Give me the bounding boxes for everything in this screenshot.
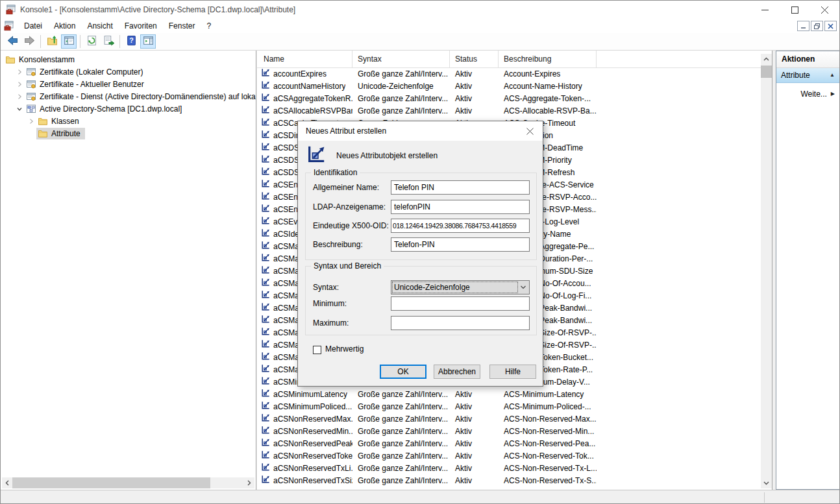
maximum-field[interactable]	[391, 316, 530, 330]
back-button[interactable]	[5, 34, 20, 49]
maximize-button[interactable]	[780, 1, 809, 19]
tree-item-attribute[interactable]: Attribute	[1, 127, 256, 139]
collapse-arrow-icon[interactable]: ▲	[830, 68, 835, 82]
cell-description: ACS-Non-Reserved-Max...	[499, 413, 597, 426]
cell-status: Aktiv	[450, 80, 499, 93]
minimize-button[interactable]	[750, 1, 780, 19]
mdi-minimize-button[interactable]	[797, 21, 809, 31]
attribute-icon	[261, 241, 273, 253]
tree-item-active-directory-schema-dc1-dwp-local[interactable]: Active Directory-Schema [DC1.dwp.local]	[1, 102, 256, 115]
chevron-down-icon[interactable]	[14, 104, 25, 114]
attribute-object-icon	[306, 145, 326, 164]
chevron-down-icon[interactable]	[517, 284, 529, 291]
scroll-right-icon[interactable]	[243, 477, 254, 488]
show-action-pane-icon	[143, 35, 154, 48]
certificate-icon	[26, 67, 36, 77]
attribute-name: accountNameHistory	[273, 80, 345, 93]
x500-oid-field[interactable]	[391, 219, 530, 233]
dialog-close-icon[interactable]	[517, 121, 543, 141]
attribute-icon	[261, 265, 273, 278]
tree-item-zertifikate-lokaler-computer[interactable]: Zertifikate (Lokaler Computer)	[1, 66, 256, 78]
menu-item-ansicht[interactable]: Ansicht	[81, 19, 118, 33]
export-list-button[interactable]	[101, 34, 116, 49]
ldap-name-field[interactable]	[391, 200, 530, 214]
x500-oid-label: Eindeutige X500-OID:	[313, 221, 389, 230]
attribute-icon	[261, 352, 273, 364]
column-header-name[interactable]: Name	[257, 51, 352, 67]
table-row[interactable]: aCSNonReservedToke...Große ganze Zahl/In…	[257, 450, 761, 462]
tree-item-klassen[interactable]: Klassen	[1, 115, 256, 127]
console-tree: KonsolenstammZertifikate (Lokaler Comput…	[1, 51, 256, 139]
actions-group-attribute[interactable]: Attribute ▲	[776, 68, 839, 83]
mdi-close-button[interactable]	[824, 21, 837, 31]
attribute-icon	[261, 154, 273, 167]
ok-button[interactable]: OK	[380, 365, 426, 379]
tree-item-label: Active Directory-Schema [DC1.dwp.local]	[40, 104, 182, 114]
cell-syntax: Große ganze Zahl/Interv...	[352, 438, 450, 450]
table-row[interactable]: aCSMinimumPoliced...Große ganze Zahl/Int…	[257, 401, 761, 413]
up-one-level-button[interactable]	[44, 34, 60, 49]
list-scrollbar-thumb[interactable]	[761, 66, 772, 78]
chevron-right-icon[interactable]	[14, 91, 25, 102]
cell-name: aCSNonReservedToke...	[257, 450, 352, 462]
tree-item-content: Konsolenstamm	[4, 54, 79, 66]
description-field[interactable]	[391, 237, 530, 252]
show-console-tree-button[interactable]	[61, 34, 77, 49]
minimum-field[interactable]	[391, 296, 530, 311]
tree-item-zertifikate-aktueller-benutzer[interactable]: Zertifikate - Aktueller Benutzer	[1, 78, 256, 90]
table-row[interactable]: aCSNonReservedTxSizeGroße ganze Zahl/Int…	[257, 475, 761, 487]
tree-item-zertifikate-dienst-active-directory-dom-nendienste-auf-lokaler[interactable]: Zertifikate - Dienst (Active Directory-D…	[1, 90, 256, 102]
cell-syntax: Große ganze Zahl/Interv...	[352, 68, 450, 80]
tree-horizontal-scrollbar[interactable]	[2, 477, 254, 488]
new-attribute-dialog: Neues Attribut erstellen Neues Attributo…	[297, 121, 543, 387]
chevron-right-icon[interactable]	[14, 79, 25, 90]
table-row[interactable]: aCSAggregateTokenR...Große ganze Zahl/In…	[257, 93, 761, 105]
common-name-field[interactable]	[391, 180, 530, 195]
table-row[interactable]: accountExpiresGroße ganze Zahl/Interv...…	[257, 68, 761, 80]
close-button[interactable]	[809, 1, 839, 19]
scroll-left-icon[interactable]	[2, 477, 13, 488]
table-row[interactable]: aCSAllocableRSVPBan...Große ganze Zahl/I…	[257, 105, 761, 117]
table-row[interactable]: aCSMinimumLatencyGroße ganze Zahl/Interv…	[257, 389, 761, 401]
table-row[interactable]: aCSNonReservedMax...Große ganze Zahl/Int…	[257, 413, 761, 426]
table-row[interactable]: accountNameHistoryUnicode-ZeichenfolgeAk…	[257, 80, 761, 93]
cell-description: ACS-Minimum-Latency	[499, 389, 597, 401]
menu-item-favoriten[interactable]: Favoriten	[119, 19, 163, 33]
actions-more-item[interactable]: Weite... ▶	[776, 88, 839, 101]
tree-item-konsolenstamm[interactable]: Konsolenstamm	[1, 53, 256, 66]
table-row[interactable]: aCSNonReservedPeak...Große ganze Zahl/In…	[257, 438, 761, 450]
column-header-status[interactable]: Status	[450, 51, 499, 67]
menu-item-fenster[interactable]: Fenster	[163, 19, 201, 33]
cell-description: ACS-Allocable-RSVP-Ba...	[499, 105, 597, 117]
help-button[interactable]: ?	[123, 34, 139, 49]
syntax-dropdown[interactable]: Unicode-Zeichenfolge	[391, 280, 530, 294]
chevron-right-icon[interactable]	[14, 67, 25, 77]
multivalued-label: Mehrwertig	[325, 344, 364, 354]
chevron-right-icon[interactable]	[25, 116, 36, 126]
attribute-icon	[261, 130, 273, 142]
table-row[interactable]: aCSNonReservedMin...Große ganze Zahl/Int…	[257, 426, 761, 438]
help-button[interactable]: Hilfe	[489, 365, 536, 379]
forward-button[interactable]	[21, 34, 37, 49]
mdi-restore-button[interactable]	[811, 21, 823, 31]
help-icon: ?	[126, 35, 137, 48]
menu-item-[interactable]: ?	[201, 19, 217, 33]
cell-description: ACS-Minimum-Policed-...	[499, 401, 597, 413]
show-action-pane-button[interactable]	[140, 34, 156, 49]
attribute-icon	[261, 228, 273, 241]
tree-scrollbar-thumb[interactable]	[12, 477, 210, 488]
menu-item-aktion[interactable]: Aktion	[48, 19, 81, 33]
chevron-right-icon	[25, 128, 36, 139]
multivalued-checkbox[interactable]	[313, 346, 321, 354]
menu-item-datei[interactable]: Datei	[18, 19, 48, 33]
cell-status: Aktiv	[450, 475, 499, 487]
refresh-button[interactable]	[84, 34, 99, 49]
cancel-button[interactable]: Abbrechen	[434, 365, 480, 379]
list-vertical-scrollbar[interactable]	[761, 54, 772, 488]
scroll-up-icon[interactable]	[761, 54, 772, 65]
column-header-beschreibung[interactable]: Beschreibung	[499, 51, 597, 67]
table-row[interactable]: aCSNonReservedTxLi...Große ganze Zahl/In…	[257, 462, 761, 475]
scroll-down-icon[interactable]	[761, 477, 772, 488]
cell-syntax: Große ganze Zahl/Interv...	[352, 105, 450, 117]
column-header-syntax[interactable]: Syntax	[352, 51, 450, 67]
